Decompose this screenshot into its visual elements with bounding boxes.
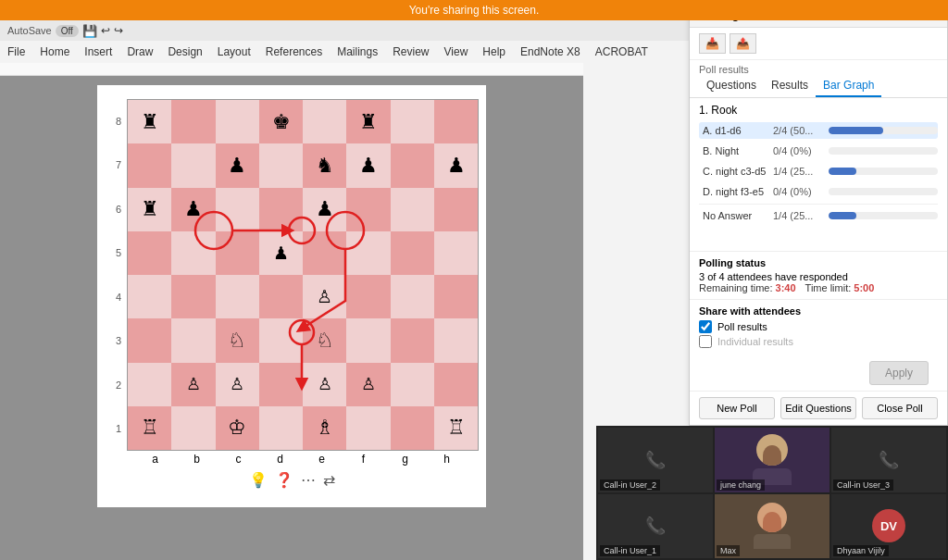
chess-cell-e2: ♙	[303, 363, 346, 406]
dhyaan-avatar: DV	[872, 509, 905, 542]
menu-file[interactable]: File	[0, 44, 32, 60]
dots-icon[interactable]: ⋯	[301, 471, 316, 489]
menu-home[interactable]: Home	[32, 44, 77, 60]
tab-bar-graph[interactable]: Bar Graph	[816, 75, 881, 97]
time-line: Remaining time: 3:40 Time limit: 5:00	[699, 282, 938, 293]
chess-cell-d7	[259, 143, 303, 187]
sharing-text: You're sharing this screen.	[409, 4, 540, 17]
download-icon[interactable]: 📥	[699, 33, 726, 54]
chess-cell-b2: ♙	[171, 363, 215, 406]
chess-cell-g4	[391, 275, 434, 318]
poll-bar-c	[829, 168, 856, 175]
menu-endnote[interactable]: EndNote X8	[513, 44, 588, 60]
sharing-bar: You're sharing this screen.	[0, 0, 948, 20]
video-area: 📞 Call-in User_2 june chang 📞 Call-in Us…	[596, 426, 948, 560]
chess-cell-e4: ♙	[303, 275, 346, 318]
menu-layout[interactable]: Layout	[210, 44, 258, 60]
chess-cell-f1	[346, 406, 390, 450]
chess-cell-h8	[434, 100, 478, 143]
menu-view[interactable]: View	[437, 44, 476, 60]
save-icon[interactable]: 💾	[82, 24, 97, 38]
chess-cell-h6	[434, 188, 478, 231]
chess-cell-g5	[391, 231, 434, 275]
menu-help[interactable]: Help	[475, 44, 513, 60]
chess-cell-b4	[171, 275, 215, 318]
chess-cell-h1: ♖	[434, 406, 478, 450]
callin2-label: Call-in User_2	[600, 479, 660, 491]
menu-mailings[interactable]: Mailings	[330, 44, 385, 60]
polling-toolbar: 📥 📤	[690, 28, 947, 60]
poll-action-buttons: New Poll Edit Questions Close Poll	[690, 391, 947, 425]
poll-bar-noanswer	[829, 212, 856, 219]
chess-cell-a6: ♜	[128, 188, 171, 231]
chess-cell-e6: ♟	[303, 188, 346, 231]
chess-cell-d6	[259, 188, 303, 231]
chess-cell-h5	[434, 231, 478, 275]
chess-cell-d2	[259, 363, 303, 406]
poll-tabs: Questions Results Bar Graph	[690, 75, 947, 98]
menu-design[interactable]: Design	[160, 44, 209, 60]
chess-cell-b7	[171, 143, 215, 187]
chess-cell-g2	[391, 363, 434, 406]
lightbulb-icon[interactable]: 💡	[249, 471, 268, 489]
poll-results-checkbox[interactable]	[699, 320, 712, 333]
chess-cell-d3	[259, 318, 303, 362]
chess-cell-f5	[346, 231, 390, 275]
chess-cell-c1: ♔	[216, 406, 259, 450]
chess-cell-a3	[128, 318, 171, 362]
video-tile-dhyaan: DV Dhyaan Vijily	[831, 494, 946, 559]
video-tile-callin1: 📞 Call-in User_1	[598, 494, 713, 559]
chess-cell-b1	[171, 406, 215, 450]
tab-questions[interactable]: Questions	[699, 75, 764, 97]
chess-cell-c3: ♘	[216, 318, 259, 362]
autosave-toggle[interactable]: Off	[56, 25, 79, 37]
ruler	[0, 63, 583, 76]
individual-results-checkbox[interactable]	[699, 335, 712, 348]
menu-references[interactable]: References	[258, 44, 330, 60]
chess-cell-b3	[171, 318, 215, 362]
close-poll-button[interactable]: Close Poll	[862, 397, 938, 419]
dhyaan-label: Dhyaan Vijily	[833, 545, 889, 556]
chess-cell-d4	[259, 275, 303, 318]
document-area: 8 7 6 5 4 3 2 1 ♜ ♚ ♜	[0, 76, 583, 560]
chess-cell-a8: ♜	[128, 100, 171, 143]
undo-icon[interactable]: ↩	[101, 24, 110, 37]
video-tile-max: Max	[715, 494, 830, 559]
chess-cell-d1	[259, 406, 303, 450]
chess-cell-b8	[171, 100, 215, 143]
new-poll-button[interactable]: New Poll	[699, 397, 775, 419]
poll-no-answer: No Answer 1/4 (25...	[699, 204, 938, 224]
export-icon[interactable]: 📤	[730, 33, 756, 54]
chess-cell-b5	[171, 231, 215, 275]
autosave-label: AutoSave	[7, 25, 52, 36]
flip-icon[interactable]: ⇄	[323, 471, 335, 489]
edit-questions-button[interactable]: Edit Questions	[780, 397, 856, 419]
menu-insert[interactable]: Insert	[77, 44, 119, 60]
redo-icon[interactable]: ↪	[114, 24, 123, 37]
chess-cell-c4	[216, 275, 259, 318]
video-tile-june: june chang	[715, 428, 830, 492]
chess-cell-c5	[216, 231, 259, 275]
chess-cell-h3	[434, 318, 478, 362]
menu-draw[interactable]: Draw	[119, 44, 160, 60]
polling-panel: Polling ✕ 📥 📤 Poll results Questions Res…	[689, 0, 948, 426]
poll-content: 1. Rook A. d1-d6 2/4 (50... B. Night 0/4…	[690, 98, 947, 251]
chess-cell-c7: ♟	[216, 143, 259, 187]
poll-bar-a	[829, 127, 883, 134]
chess-cell-f8: ♜	[346, 100, 390, 143]
menu-review[interactable]: Review	[385, 44, 436, 60]
phone-icon-callin1: 📞	[645, 516, 666, 536]
tab-results[interactable]: Results	[764, 75, 816, 97]
chess-cell-a2	[128, 363, 171, 406]
menu-bar: File Home Insert Draw Design Layout Refe…	[0, 41, 583, 63]
chess-cell-g3	[391, 318, 434, 362]
chess-cell-f3	[346, 318, 390, 362]
callin3-label: Call-in User_3	[833, 479, 893, 491]
help-icon[interactable]: ❓	[275, 471, 293, 489]
chess-cell-h2	[434, 363, 478, 406]
chess-cell-g8	[391, 100, 434, 143]
max-label: Max	[717, 545, 740, 556]
apply-button[interactable]: Apply	[869, 361, 929, 385]
menu-acrobat[interactable]: ACROBAT	[588, 44, 655, 60]
poll-results-label: Poll results	[690, 60, 947, 75]
